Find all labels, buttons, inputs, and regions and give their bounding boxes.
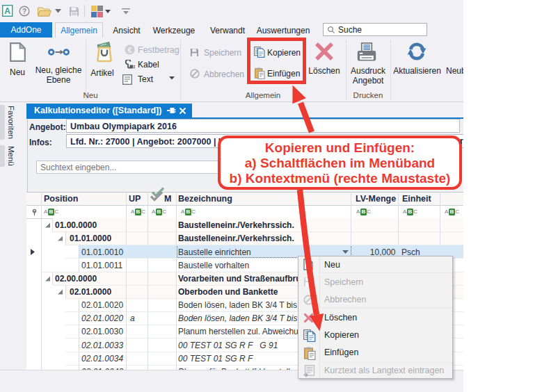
- svg-text:€: €: [127, 46, 131, 54]
- svg-text:A: A: [4, 6, 10, 16]
- svg-text:?: ?: [22, 8, 26, 15]
